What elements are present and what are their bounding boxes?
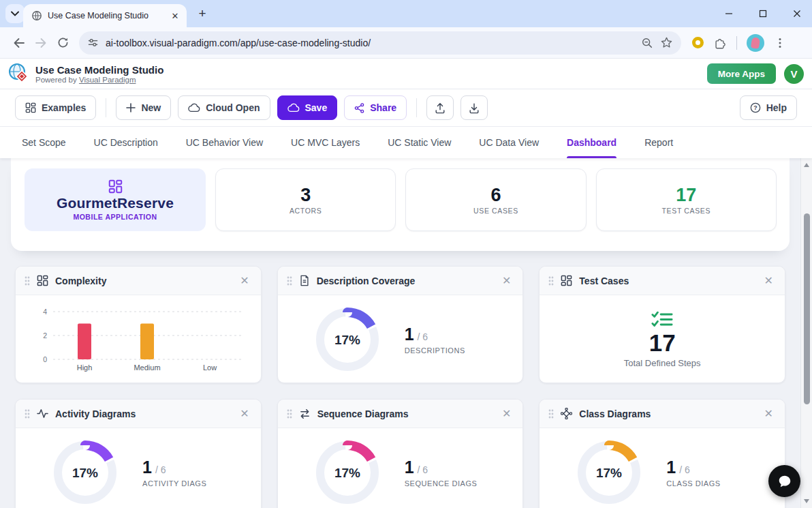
new-label: New (141, 102, 161, 113)
widget-title: Description Coverage (317, 275, 493, 286)
test-cases-summary: 17 Total Defined Steps (540, 295, 785, 383)
close-icon[interactable]: ✕ (762, 407, 776, 421)
widget-header: Activity Diagrams ✕ (16, 400, 261, 428)
count-value: 1 (405, 325, 414, 344)
user-avatar[interactable]: V (784, 64, 804, 84)
back-button[interactable] (8, 32, 30, 54)
count-value: 1 (142, 458, 152, 477)
powered-by-prefix: Powered by (35, 76, 77, 84)
new-tab-button[interactable]: + (195, 7, 210, 22)
window-maximize-button[interactable] (758, 8, 768, 19)
count-value: 1 (405, 458, 414, 477)
widget-sequence-diagrams: Sequence Diagrams ✕ 17% 1/ 6 SEQUENCE DI… (277, 399, 524, 508)
tab-uc-data-view[interactable]: UC Data View (479, 127, 539, 158)
upload-icon (435, 102, 446, 114)
visual-paradigm-link[interactable]: Visual Paradigm (79, 76, 136, 84)
project-type: MOBILE APPLICATION (73, 213, 157, 221)
svg-text:Medium: Medium (134, 363, 160, 372)
cloud-open-button[interactable]: Cloud Open (178, 95, 270, 120)
share-button[interactable]: Share (344, 95, 407, 120)
widget-test-cases: Test Cases ✕ 17 Total Defined Steps (539, 266, 785, 383)
help-label: Help (766, 102, 787, 113)
widget-title: Test Cases (579, 275, 754, 286)
widget-activity-diagrams: Activity Diagrams ✕ 17% 1/ 6 ACTIVITY DI… (15, 399, 262, 508)
widget-header: Test Cases ✕ (540, 267, 785, 295)
drag-handle-icon[interactable] (25, 276, 30, 286)
browser-menu-kebab-icon[interactable] (774, 37, 786, 49)
test-cases-label: Total Defined Steps (624, 358, 701, 368)
chat-bubble-icon (777, 474, 792, 489)
count-label: ACTIVITY DIAGS (142, 479, 206, 488)
tab-close-icon[interactable]: ✕ (169, 10, 181, 22)
examples-grid-icon (25, 102, 36, 113)
count-total: / 6 (679, 464, 690, 475)
tab-uc-behavior-view[interactable]: UC Behavior View (186, 127, 263, 158)
widget-description-coverage: Description Coverage ✕ 17% 1/ 6 DESCRIPT… (277, 266, 524, 383)
scroll-down-arrow[interactable] (801, 496, 812, 507)
scroll-up-arrow[interactable] (801, 160, 812, 170)
svg-text:?: ? (753, 104, 757, 111)
drag-handle-icon[interactable] (548, 409, 554, 419)
more-apps-button[interactable]: More Apps (707, 63, 776, 84)
drag-handle-icon[interactable] (287, 276, 292, 286)
svg-text:0: 0 (43, 355, 47, 363)
count-total: / 6 (418, 331, 428, 342)
import-button[interactable] (426, 95, 454, 120)
close-icon[interactable]: ✕ (237, 274, 251, 288)
widget-class-diagrams: Class Diagrams ✕ 17% 1/ 6 CLASS DIAGS (539, 399, 785, 508)
app-header: Use Case Modeling Studio Powered by Visu… (0, 59, 812, 89)
class-nodes-icon (561, 408, 572, 419)
reload-button[interactable] (52, 32, 74, 54)
close-icon[interactable]: ✕ (762, 274, 776, 288)
tab-uc-mvc-layers[interactable]: UC MVC Layers (291, 127, 360, 158)
page-scrollbar[interactable] (800, 158, 812, 508)
extensions-puzzle-icon[interactable] (713, 36, 727, 50)
widget-header: Sequence Diagrams ✕ (278, 400, 523, 428)
window-close-button[interactable] (792, 8, 802, 19)
app-title: Use Case Modeling Studio (35, 64, 163, 76)
tab-report[interactable]: Report (644, 127, 673, 158)
new-button[interactable]: New (116, 95, 171, 120)
scrollbar-thumb[interactable] (804, 213, 810, 404)
donut-chart: 17% 1/ 6 CLASS DIAGS (540, 428, 785, 508)
browser-profile-avatar[interactable] (747, 34, 764, 52)
close-icon[interactable]: ✕ (237, 407, 251, 421)
zoom-out-icon[interactable] (641, 37, 653, 49)
widgets-grid: Complexity ✕ 420HighMediumLow Descriptio… (15, 266, 785, 508)
stat-value: 3 (300, 185, 311, 205)
window-minimize-button[interactable] (723, 8, 734, 19)
count-total: / 6 (155, 464, 166, 475)
svg-text:2: 2 (43, 331, 47, 339)
donut-graphic: 17% (312, 304, 383, 375)
tab-dashboard[interactable]: Dashboard (567, 127, 616, 158)
drag-handle-icon[interactable] (548, 276, 554, 286)
tab-uc-description[interactable]: UC Description (94, 127, 158, 158)
forward-button[interactable] (30, 32, 52, 54)
close-icon[interactable]: ✕ (499, 407, 514, 421)
count-total: / 6 (418, 464, 428, 475)
test-cases-value: 17 (649, 330, 676, 356)
bookmark-star-icon[interactable] (660, 36, 673, 49)
stat-cards: 3ACTORS6USE CASES17TEST CASES (215, 168, 777, 251)
tab-search-button[interactable] (5, 4, 25, 23)
chat-widget-button[interactable] (768, 465, 800, 497)
help-button[interactable]: ? Help (740, 95, 797, 120)
drag-handle-icon[interactable] (287, 409, 292, 419)
site-settings-icon[interactable] (87, 37, 99, 48)
url-text[interactable]: ai-toolbox.visual-paradigm.com/app/use-c… (106, 38, 634, 48)
close-icon[interactable]: ✕ (499, 274, 514, 288)
browser-titlebar: Use Case Modeling Studio ✕ + (0, 0, 812, 27)
stat-value: 6 (490, 185, 501, 205)
address-bar[interactable]: ai-toolbox.visual-paradigm.com/app/use-c… (79, 31, 681, 55)
examples-button[interactable]: Examples (15, 95, 96, 120)
extension-badge-icon[interactable] (692, 37, 704, 48)
export-button[interactable] (460, 95, 488, 120)
drag-handle-icon[interactable] (25, 409, 30, 419)
tab-uc-static-view[interactable]: UC Static View (388, 127, 451, 158)
stat-label: ACTORS (290, 207, 322, 215)
save-button[interactable]: Save (277, 95, 338, 120)
widget-title: Activity Diagrams (55, 408, 230, 419)
browser-tab[interactable]: Use Case Modeling Studio ✕ (23, 4, 187, 27)
tab-set-scope[interactable]: Set Scope (22, 127, 66, 158)
count-label: DESCRIPTIONS (405, 346, 465, 355)
